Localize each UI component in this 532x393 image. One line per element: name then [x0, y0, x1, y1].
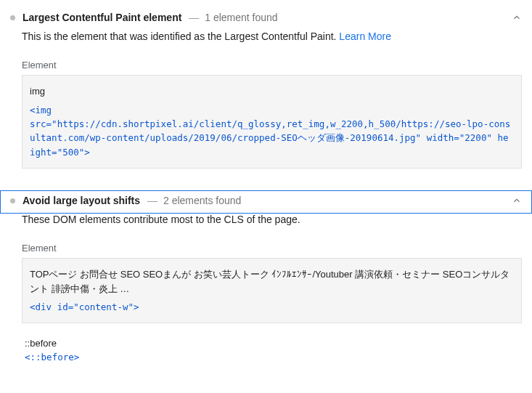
learn-more-link[interactable]: Learn More	[339, 31, 391, 42]
audit-avoid-layout-shifts: Avoid large layout shifts — 2 elements f…	[0, 183, 532, 372]
dash: —	[147, 195, 157, 206]
audit-title: Avoid large layout shifts	[22, 195, 140, 206]
audit-description: These DOM elements contribute most to th…	[22, 214, 522, 225]
chevron-up-icon[interactable]	[512, 12, 522, 23]
element-label: img	[30, 84, 514, 99]
element-snippet: <::before>	[25, 350, 519, 364]
element-label: ::before	[25, 338, 519, 349]
count-text: 2 elements found	[163, 195, 241, 206]
bullet-icon	[10, 15, 15, 20]
chevron-up-icon[interactable]	[512, 195, 522, 206]
audit-lcp-element: Largest Contentful Paint element — 1 ele…	[0, 0, 532, 183]
element-snippet: <div id="content-w">	[30, 300, 514, 314]
element-label: TOPページ お問合せ SEO SEOまんが お笑い芸人トーク ｲﾝﾌﾙｴﾝｻｰ…	[30, 267, 514, 296]
count-text: 1 element found	[205, 12, 277, 23]
dash: —	[189, 12, 199, 23]
audit-description: This is the element that was identified …	[22, 31, 522, 42]
table-header-element: Element	[22, 55, 522, 75]
table-row: ::before <::before>	[22, 331, 522, 364]
audit-title: Largest Contentful Paint element	[22, 12, 181, 23]
audit-header[interactable]: Largest Contentful Paint element — 1 ele…	[0, 7, 532, 31]
audit-count: — 1 element found	[186, 12, 277, 23]
element-card: TOPページ お問合せ SEO SEOまんが お笑い芸人トーク ｲﾝﾌﾙｴﾝｻｰ…	[22, 258, 522, 323]
audit-body: This is the element that was identified …	[0, 31, 532, 183]
bullet-icon	[10, 198, 15, 203]
audit-body: These DOM elements contribute most to th…	[0, 214, 532, 372]
audit-count: — 2 elements found	[144, 195, 241, 206]
element-card: img <img src="https://cdn.shortpixel.ai/…	[22, 75, 522, 169]
desc-text: This is the element that was identified …	[22, 31, 339, 42]
audit-header[interactable]: Avoid large layout shifts — 2 elements f…	[0, 190, 532, 214]
element-snippet: <img src="https://cdn.shortpixel.ai/clie…	[30, 103, 514, 160]
table-header-element: Element	[22, 238, 522, 258]
